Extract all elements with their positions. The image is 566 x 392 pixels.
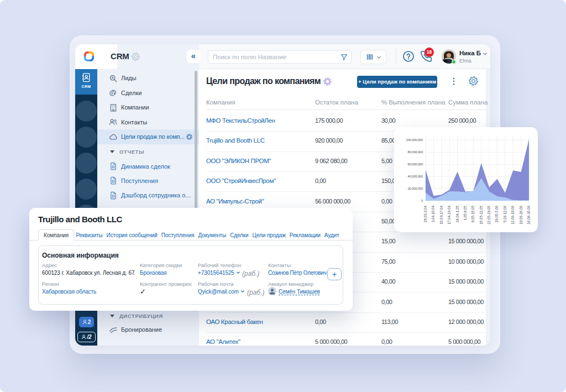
contact-person-link[interactable]: Созинов Пётр Олегович [268, 270, 327, 276]
rail-app-placeholder[interactable] [76, 179, 97, 200]
collapse-sidebar-button[interactable]: « [187, 50, 200, 63]
section-collapse-arrow-icon [110, 315, 114, 317]
sidebar-section-label: ОТЧЕТЫ [119, 149, 144, 155]
sidebar-item-menu-4[interactable]: Цели продаж по комп... [97, 129, 199, 144]
table-cell: 50,00 [381, 218, 395, 224]
discount-label: Категория скидки [140, 262, 182, 268]
table-cell: 10 000 000,00 [448, 258, 484, 265]
table-cell: 0,00 [381, 338, 392, 345]
svg-text:20,000,000: 20,000,000 [408, 187, 423, 190]
user-name[interactable]: Ника Б [459, 50, 481, 56]
add-contact-button[interactable]: + [327, 268, 342, 280]
rail-users-badge[interactable]: 2 [79, 317, 94, 327]
address-value: 600123 г. Хабаровск ул. Лесная д. 67 [42, 270, 134, 276]
sidebar-item-menu-1[interactable]: Сделки [97, 85, 199, 100]
work-phone-value[interactable]: +73015641525 [198, 270, 240, 276]
table-cell: 30,00 [381, 117, 395, 124]
tab-6[interactable]: Сделки [228, 232, 250, 238]
sidebar-item-label: Поступления [121, 177, 158, 184]
work-phone-label: Рабочий телефон [198, 262, 241, 268]
swoosh-icon [109, 326, 117, 334]
svg-text:22.05-29.05: 22.05-29.05 [487, 206, 491, 224]
table-cell: 12 000 000,00 [448, 318, 484, 325]
phone-note: (раб.) [242, 270, 259, 278]
sidebar-item-menu-0[interactable]: Лиды [97, 71, 199, 86]
user-chevron-down-icon[interactable] [483, 51, 488, 56]
table-cell: 5 000 000,00 [448, 338, 480, 345]
contacts-label: Контакты [268, 262, 291, 268]
table-cell: 920 000,00 [315, 137, 343, 144]
online-status-dot [452, 60, 456, 64]
table-cell: 175 000,00 [315, 117, 343, 124]
tab-1[interactable]: Компания [38, 229, 74, 241]
table-cell: 0,00 [381, 299, 392, 305]
tab-7[interactable]: Цели продаж [250, 232, 287, 238]
cloud-icon [109, 133, 117, 141]
column-header[interactable]: Остаток плана [315, 99, 358, 106]
add-goal-button[interactable]: + Цели продаж по компаниям [357, 76, 437, 88]
column-header[interactable]: Сумма плана [448, 99, 488, 106]
settings-gear-icon[interactable] [469, 76, 478, 86]
filter-icon[interactable] [340, 54, 348, 61]
address-label: Адрес [42, 262, 57, 268]
sidebar-item-label: Компании [121, 104, 149, 111]
tab-4[interactable]: Поступления [159, 232, 196, 238]
table-cell: 15,00 [381, 238, 395, 244]
company-card: Trujillo and Booth LLC КомпанияРеквизиты… [29, 208, 353, 311]
tab-3[interactable]: История сообщений [104, 232, 159, 238]
company-link[interactable]: ООО "СтройИнвесПром" [206, 177, 276, 184]
svg-text:15.05-22.05: 15.05-22.05 [479, 206, 483, 224]
region-value[interactable]: Хабаровская область [42, 289, 96, 295]
email-note: (раб.) [247, 289, 264, 296]
sidebar-item-reports-2[interactable]: Дэшборд сотрудника о... [97, 188, 199, 203]
topbar-separator [396, 49, 396, 64]
company-link[interactable]: АО "Импульс-Строй" [206, 198, 264, 205]
search-input[interactable] [213, 51, 337, 63]
sidebar-item-reports-1[interactable]: Поступления [97, 173, 199, 188]
menu-item-gear-icon[interactable] [186, 133, 193, 140]
app-logo-icon[interactable] [83, 50, 95, 62]
more-actions-icon[interactable] [452, 76, 456, 86]
company-link[interactable]: ООО "ЭЛИКОН ПРОМ" [206, 158, 271, 164]
tab-9[interactable]: Аудит [322, 232, 341, 238]
user-organization: Elma [459, 58, 471, 64]
company-card-tabs: КомпанияРеквизитыИстория сообщенийПоступ… [38, 229, 341, 241]
column-header[interactable]: % Выполнения плана [381, 99, 445, 106]
person-icon [82, 320, 87, 325]
rail-app-placeholder[interactable] [76, 153, 97, 174]
sidebar-item-label: Контакты [121, 119, 148, 126]
svg-text:26.06-30.06: 26.06-30.06 [527, 206, 531, 224]
company-link[interactable]: Trujillo and Booth LLC [206, 137, 265, 144]
table-cell: 15 000 000,00 [448, 278, 484, 285]
sidebar-item-reports-0[interactable]: Динамика сделок [97, 159, 199, 174]
sidebar-section-distribution[interactable]: ДИСТРИБУЦИЯ [97, 310, 199, 321]
rail-item-crm[interactable]: CRM [75, 69, 97, 95]
company-link[interactable]: ОАО Красный бакен [206, 318, 263, 325]
tab-8[interactable]: Рекламации [287, 232, 322, 238]
column-header[interactable]: Компания [206, 99, 235, 106]
tab-5[interactable]: Документы [196, 232, 228, 238]
rail-app-placeholder[interactable] [76, 127, 97, 148]
sidebar-scrollbar[interactable] [195, 71, 197, 210]
table-cell: 9 062 080,00 [315, 158, 347, 164]
sidebar-item-menu-2[interactable]: Компании [97, 100, 199, 115]
sidebar-section-reports[interactable]: ОТЧЕТЫ [97, 147, 199, 158]
discount-value[interactable]: Бронзовая [140, 270, 167, 276]
company-link[interactable]: МФО ТекстильСтройЛен [206, 117, 275, 124]
tab-2[interactable]: Реквизиты [74, 232, 104, 238]
sidebar-item-distribution-0[interactable]: Бронирование [97, 322, 199, 337]
doc-icon [109, 191, 117, 200]
table-cell: 56 000 000,00 [315, 198, 350, 205]
svg-text:24.04-1.05: 24.04-1.05 [455, 206, 459, 223]
help-icon[interactable] [402, 50, 415, 62]
company-link[interactable]: АО "Алитех" [206, 338, 240, 345]
columns-view-dropdown[interactable] [360, 50, 386, 64]
rail-app-placeholder[interactable] [76, 101, 97, 122]
table-cell: 15 000 000,00 [448, 299, 484, 305]
app-gear-icon[interactable] [132, 53, 140, 61]
rail-licenses-badge[interactable]: /2 [77, 332, 96, 342]
sidebar-item-label: Сделки [121, 90, 142, 96]
work-email-value[interactable]: Qyick@mail.com [198, 289, 245, 295]
account-manager-link[interactable]: Семён Тимашев [279, 289, 320, 295]
sidebar-item-menu-3[interactable]: Контакты [97, 114, 199, 129]
